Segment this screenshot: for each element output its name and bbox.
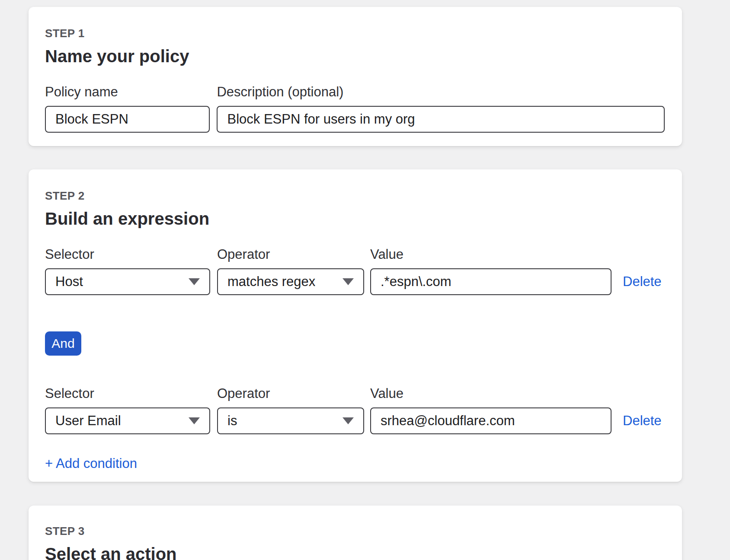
description-field-group: Description (optional) [217, 84, 665, 133]
operator-label: Operator [217, 247, 364, 262]
value-input[interactable] [370, 268, 612, 295]
operator-field-group: Operator is [217, 386, 364, 434]
policy-name-field-group: Policy name [45, 84, 210, 133]
description-label: Description (optional) [217, 84, 665, 100]
policy-name-label: Policy name [45, 84, 210, 100]
delete-condition-link[interactable]: Delete [623, 413, 662, 429]
step2-card: STEP 2 Build an expression Selector Host… [29, 169, 682, 482]
selector-dropdown-value: User Email [55, 413, 121, 429]
step1-card: STEP 1 Name your policy Policy name Desc… [29, 7, 682, 146]
step3-title: Select an action [45, 544, 665, 560]
and-button[interactable]: And [45, 331, 81, 356]
policy-name-input[interactable] [45, 106, 210, 133]
operator-dropdown-value: matches regex [227, 274, 315, 290]
selector-field-group: Selector User Email [45, 386, 210, 434]
step3-label: STEP 3 [45, 525, 665, 538]
value-input[interactable] [370, 407, 612, 434]
condition-row-1: Selector Host Operator matches regex Val… [45, 247, 665, 295]
value-label: Value [370, 386, 612, 401]
selector-label: Selector [45, 386, 210, 401]
selector-dropdown[interactable]: Host [45, 268, 210, 295]
condition-row-2: Selector User Email Operator is Value De… [45, 386, 665, 434]
description-input[interactable] [217, 106, 665, 133]
selector-dropdown[interactable]: User Email [45, 407, 210, 434]
chevron-down-icon [343, 278, 354, 285]
step1-title: Name your policy [45, 46, 665, 66]
selector-dropdown-value: Host [55, 274, 83, 290]
chevron-down-icon [189, 417, 200, 424]
step3-card: STEP 3 Select an action [29, 506, 682, 560]
value-field-group: Value [370, 386, 612, 434]
operator-dropdown-value: is [227, 413, 237, 429]
value-field-group: Value [370, 247, 612, 295]
operator-field-group: Operator matches regex [217, 247, 364, 295]
step2-title: Build an expression [45, 209, 665, 229]
step1-label: STEP 1 [45, 27, 665, 40]
add-condition-link[interactable]: + Add condition [45, 456, 137, 471]
chevron-down-icon [343, 417, 354, 424]
operator-dropdown[interactable]: matches regex [217, 268, 364, 295]
operator-dropdown[interactable]: is [217, 407, 364, 434]
selector-field-group: Selector Host [45, 247, 210, 295]
delete-condition-link[interactable]: Delete [623, 274, 662, 290]
value-label: Value [370, 247, 612, 262]
chevron-down-icon [189, 278, 200, 285]
selector-label: Selector [45, 247, 210, 262]
step2-label: STEP 2 [45, 189, 665, 202]
operator-label: Operator [217, 386, 364, 401]
